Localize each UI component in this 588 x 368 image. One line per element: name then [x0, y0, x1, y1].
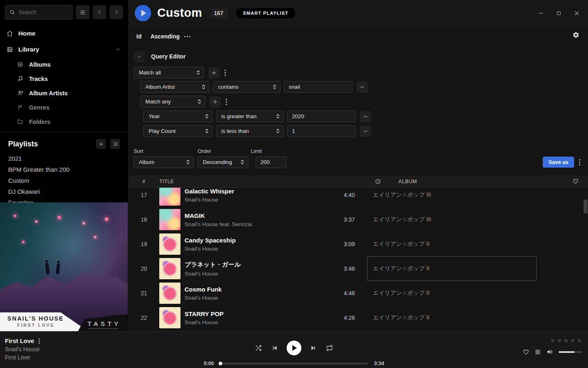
rule-value-input[interactable] — [287, 110, 356, 122]
track-row[interactable]: 22 STARRY POP Snail's House 4:28 エイリアン☆ポ… — [129, 305, 588, 330]
playlist-item[interactable]: BPM Greater than 200 — [0, 164, 128, 175]
page-header: Custom 167 SMART PLAYLIST — [129, 0, 588, 26]
track-row[interactable]: 17 Galactic Whisper Snail's House 4:40 エ… — [129, 188, 588, 207]
settings-button[interactable] — [572, 31, 579, 40]
playlist-list-button[interactable] — [110, 139, 120, 149]
more-options-button[interactable] — [184, 36, 191, 38]
chevron-up-icon[interactable] — [116, 47, 121, 52]
remove-rule-button[interactable] — [356, 81, 368, 93]
star-icon[interactable]: ★ — [570, 337, 575, 344]
chevron-right-icon — [114, 9, 119, 15]
order-select[interactable]: Descending — [198, 156, 248, 168]
play-playlist-button[interactable] — [135, 5, 151, 21]
rule-field-select[interactable]: Year — [143, 110, 213, 122]
add-rule-button[interactable] — [208, 67, 220, 79]
previous-button[interactable] — [271, 345, 278, 351]
rule-value-input[interactable] — [284, 81, 352, 93]
close-button[interactable] — [571, 7, 582, 19]
seek-knob[interactable] — [218, 362, 222, 366]
favorite-button[interactable] — [523, 349, 529, 355]
sort-order-button[interactable]: Ascending — [150, 33, 180, 40]
collapse-query-editor-button[interactable] — [134, 51, 145, 62]
playlist-item[interactable]: 2021 — [0, 153, 128, 164]
star-icon[interactable]: ★ — [557, 337, 562, 344]
nav-forward-button[interactable] — [109, 5, 123, 19]
select-value: Album — [139, 159, 154, 165]
queue-button[interactable] — [535, 349, 541, 355]
remove-rule-button[interactable] — [360, 126, 371, 137]
track-album-cell[interactable]: エイリアン☆ポップ II — [367, 232, 537, 256]
sidebar-item-album-artists[interactable]: Album Artists — [0, 86, 128, 100]
column-header-title[interactable]: TITLE — [159, 179, 354, 184]
track-album: エイリアン☆ポップ III — [373, 216, 431, 223]
save-as-button[interactable]: Save as — [543, 157, 574, 168]
column-header-index[interactable]: # — [129, 179, 159, 184]
track-album-cell[interactable]: エイリアン☆ポップ II — [367, 305, 537, 330]
rule-operator-select[interactable]: contains — [213, 81, 281, 93]
plus-icon — [212, 99, 218, 105]
play-pause-button[interactable] — [287, 341, 301, 355]
sidebar-item-folders[interactable]: Folders — [0, 114, 128, 129]
volume-slider[interactable] — [559, 351, 582, 353]
add-playlist-button[interactable] — [96, 139, 106, 149]
cover-label-sub — [88, 328, 118, 329]
sort-field-button[interactable]: Id — [136, 33, 141, 40]
track-row[interactable]: 19 Candy Spaceship Snail's House 3:09 エイ… — [129, 232, 588, 256]
column-header-duration[interactable] — [354, 178, 383, 184]
time-total: 3:34 — [374, 361, 388, 366]
remove-rule-button[interactable] — [360, 111, 371, 122]
search-input[interactable] — [18, 9, 68, 16]
scrollbar-thumb[interactable] — [584, 200, 588, 213]
column-header-album[interactable]: ALBUM — [393, 179, 563, 184]
limit-input[interactable] — [256, 156, 287, 168]
rule-field-select[interactable]: Play Count — [143, 125, 213, 137]
repeat-button[interactable] — [326, 344, 333, 352]
sidebar-item-home[interactable]: Home — [0, 25, 128, 41]
track-title: STARRY POP — [185, 310, 328, 317]
rule-operator-select[interactable]: is greater than — [216, 110, 284, 122]
plus-icon — [98, 141, 104, 147]
star-icon[interactable]: ★ — [550, 337, 555, 344]
seek-slider[interactable] — [220, 363, 368, 364]
menu-button[interactable] — [76, 5, 89, 19]
track-row[interactable]: 18 MAGIK Snail's House feat. Sennzai 3:3… — [129, 207, 588, 232]
subgroup-match-type-select[interactable]: Match any — [140, 96, 205, 108]
search-box[interactable] — [5, 5, 73, 20]
track-row[interactable]: 20 プラネット・ガール Snail's House 3:48 エイリアン☆ポッ… — [129, 256, 588, 281]
maximize-button[interactable] — [553, 7, 564, 19]
track-row[interactable]: 21 Cosmo Funk Snail's House 4:48 エイリアン☆ポ… — [129, 281, 588, 305]
group-options-button[interactable] — [225, 99, 227, 105]
track-album-cell[interactable]: エイリアン☆ポップ III — [367, 188, 537, 207]
track-album-cell[interactable]: エイリアン☆ポップ II — [367, 281, 537, 305]
playlist-item[interactable]: DJ Okawari — [0, 186, 128, 197]
rule-value-input[interactable] — [287, 125, 356, 137]
player-bar: First Love Snail's House First Love 0:00… — [0, 331, 588, 368]
select-value: is less than — [221, 128, 249, 134]
sort-select[interactable]: Album — [134, 156, 194, 168]
now-playing-options-button[interactable] — [38, 338, 40, 344]
shuffle-button[interactable] — [255, 344, 262, 352]
sidebar-item-tracks[interactable]: Tracks — [0, 72, 128, 86]
playlist-item[interactable]: Custom — [0, 175, 128, 186]
column-header-favorite[interactable] — [563, 178, 588, 184]
save-options-button[interactable] — [579, 159, 581, 166]
star-icon[interactable]: ★ — [577, 337, 582, 344]
rule-operator-select[interactable]: is less than — [216, 125, 284, 137]
match-type-select[interactable]: Match all — [134, 67, 204, 79]
nav-back-button[interactable] — [93, 5, 106, 19]
next-button[interactable] — [310, 345, 317, 351]
heart-icon — [572, 178, 579, 184]
star-icon[interactable]: ★ — [564, 337, 569, 344]
track-album-cell[interactable]: エイリアン☆ポップ III — [367, 207, 537, 232]
volume-button[interactable] — [546, 348, 553, 355]
rule-field-select[interactable]: Album Artist — [140, 81, 209, 93]
add-rule-button[interactable] — [209, 96, 221, 108]
sidebar-item-library[interactable]: Library — [0, 41, 128, 57]
track-album-cell[interactable]: エイリアン☆ポップ II — [367, 256, 537, 281]
minimize-button[interactable] — [535, 7, 546, 19]
sidebar-item-genres[interactable]: Genres — [0, 100, 128, 114]
limit-label: Limit — [251, 148, 262, 154]
track-title: Candy Spaceship — [185, 237, 328, 244]
sidebar-item-albums[interactable]: Albums — [0, 57, 128, 72]
group-options-button[interactable] — [224, 70, 226, 76]
